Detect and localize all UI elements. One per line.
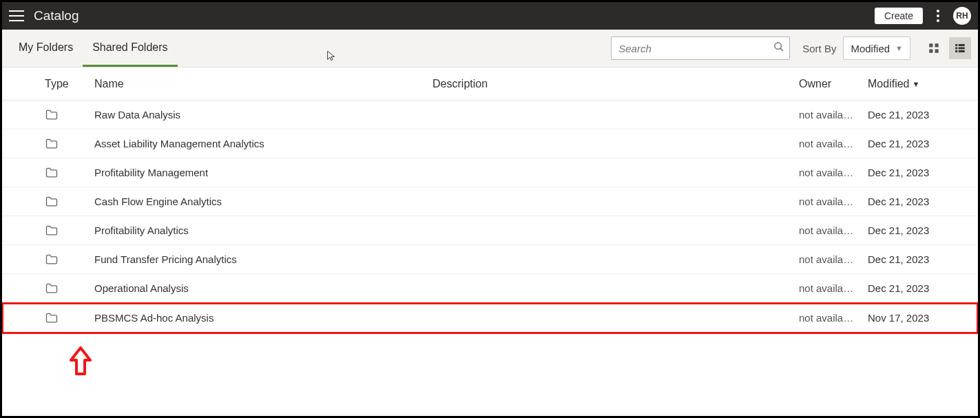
- column-header-owner[interactable]: Owner: [799, 78, 868, 90]
- svg-rect-9: [959, 48, 965, 50]
- cell-name: Fund Transfer Pricing Analytics: [94, 253, 432, 265]
- table-row[interactable]: Asset Liability Management Analyticsnot …: [2, 129, 978, 158]
- sort-descending-icon: ▼: [912, 80, 919, 88]
- create-button[interactable]: Create: [875, 8, 923, 24]
- table-header: Type Name Description Owner Modified ▼: [2, 67, 978, 101]
- svg-rect-3: [935, 43, 939, 47]
- cell-owner: not availa…: [799, 224, 868, 236]
- catalog-table: Type Name Description Owner Modified ▼ R…: [2, 67, 978, 333]
- svg-rect-11: [959, 50, 965, 52]
- app-title: Catalog: [34, 8, 79, 23]
- folder-icon: [45, 195, 94, 209]
- cell-name: Profitability Analytics: [94, 224, 432, 236]
- folder-icon: [45, 108, 94, 122]
- svg-rect-4: [929, 50, 932, 53]
- svg-rect-8: [955, 48, 957, 50]
- table-row[interactable]: Operational Analysisnot availa…Dec 21, 2…: [2, 274, 978, 303]
- cell-modified: Dec 21, 2023: [868, 253, 964, 265]
- cell-modified: Dec 21, 2023: [868, 109, 964, 121]
- cell-owner: not availa…: [799, 167, 868, 178]
- table-row[interactable]: Profitability Managementnot availa…Dec 2…: [2, 158, 978, 187]
- sub-bar: My Folders Shared Folders Sort By Modifi…: [2, 30, 978, 67]
- cell-name: PBSMCS Ad-hoc Analysis: [94, 312, 432, 324]
- cell-owner: not availa…: [799, 109, 868, 121]
- folder-icon: [45, 311, 94, 325]
- cell-owner: not availa…: [799, 138, 868, 149]
- cell-name: Raw Data Analysis: [94, 109, 432, 121]
- cell-owner: not availa…: [799, 253, 868, 265]
- svg-rect-5: [935, 50, 939, 53]
- top-bar: Catalog Create RH: [2, 2, 978, 30]
- cell-modified: Dec 21, 2023: [868, 282, 964, 294]
- table-row[interactable]: Raw Data Analysisnot availa…Dec 21, 2023: [2, 101, 978, 129]
- svg-rect-6: [955, 44, 957, 46]
- table-row[interactable]: Fund Transfer Pricing Analyticsnot avail…: [2, 245, 978, 274]
- search-input[interactable]: [611, 36, 790, 60]
- svg-rect-2: [929, 43, 932, 47]
- cell-modified: Dec 21, 2023: [868, 167, 964, 178]
- cell-modified: Dec 21, 2023: [868, 196, 964, 207]
- tab-my-folders[interactable]: My Folders: [9, 30, 83, 67]
- cell-owner: not availa…: [799, 196, 868, 207]
- sort-select[interactable]: Modified ▼: [843, 36, 910, 60]
- column-header-modified[interactable]: Modified ▼: [868, 78, 964, 90]
- table-row[interactable]: Profitability Analyticsnot availa…Dec 21…: [2, 216, 978, 245]
- table-row[interactable]: Cash Flow Engine Analyticsnot availa…Dec…: [2, 187, 978, 216]
- cell-name: Profitability Management: [94, 167, 432, 178]
- column-header-type[interactable]: Type: [45, 78, 94, 90]
- cell-name: Asset Liability Management Analytics: [94, 138, 432, 149]
- folder-icon: [45, 166, 94, 180]
- folder-icon: [45, 224, 94, 238]
- cell-modified: Nov 17, 2023: [868, 312, 964, 324]
- more-actions-icon[interactable]: [930, 8, 946, 24]
- cell-name: Cash Flow Engine Analytics: [94, 196, 432, 207]
- column-header-description[interactable]: Description: [432, 78, 799, 90]
- tab-shared-folders[interactable]: Shared Folders: [83, 30, 177, 67]
- cell-owner: not availa…: [799, 312, 868, 324]
- grid-view-button[interactable]: [923, 37, 945, 59]
- svg-rect-7: [959, 44, 965, 46]
- sort-by-label: Sort By: [802, 43, 836, 54]
- cell-name: Operational Analysis: [94, 282, 432, 294]
- table-row[interactable]: PBSMCS Ad-hoc Analysisnot availa…Nov 17,…: [2, 303, 978, 333]
- search-container: [611, 36, 790, 60]
- folder-icon: [45, 137, 94, 151]
- folder-icon: [45, 282, 94, 295]
- column-header-name[interactable]: Name: [94, 78, 432, 90]
- svg-rect-10: [955, 50, 957, 52]
- chevron-down-icon: ▼: [895, 44, 903, 52]
- folder-icon: [45, 253, 94, 267]
- cell-owner: not availa…: [799, 282, 868, 294]
- view-toggle: [923, 37, 971, 59]
- list-view-button[interactable]: [949, 37, 971, 59]
- hamburger-menu-icon[interactable]: [9, 8, 24, 23]
- cell-modified: Dec 21, 2023: [868, 138, 964, 149]
- annotation-up-arrow-icon: [70, 346, 92, 377]
- user-avatar[interactable]: RH: [953, 7, 971, 25]
- folder-tabs: My Folders Shared Folders: [9, 30, 178, 67]
- sort-selected-value: Modified: [851, 43, 890, 54]
- cell-modified: Dec 21, 2023: [868, 224, 964, 236]
